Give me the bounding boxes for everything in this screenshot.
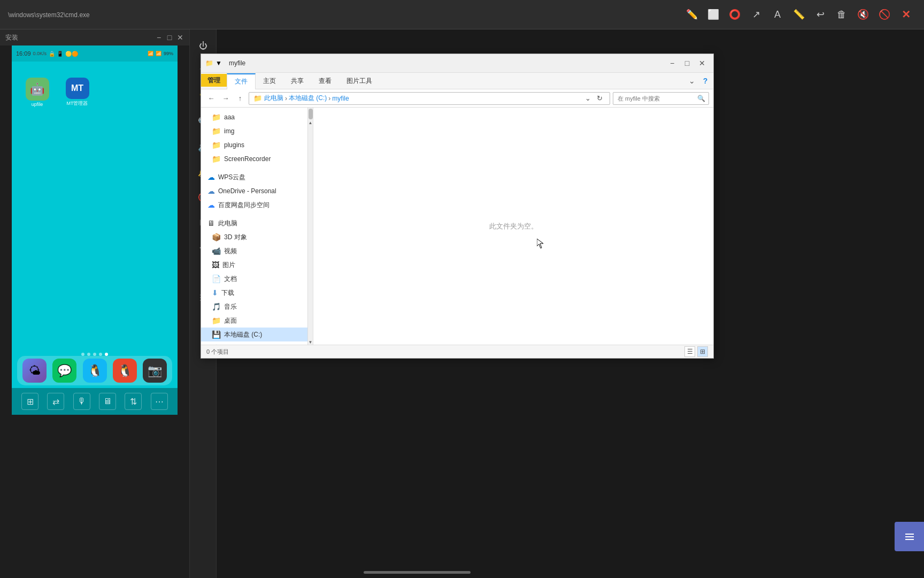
text-icon[interactable]: A xyxy=(770,7,785,22)
sidebar-label-cdrive: 本地磁盘 (C:) xyxy=(224,330,262,339)
folder-icon: 📁 xyxy=(212,141,221,149)
sidebar-label-img: img xyxy=(224,127,234,135)
sidebar-item-wps[interactable]: ☁ WPS云盘 xyxy=(201,170,307,184)
phone-minimize-btn[interactable]: − xyxy=(155,34,163,41)
app-weather[interactable]: 🌤 xyxy=(22,359,47,383)
path-folder[interactable]: myfile xyxy=(332,95,349,102)
tab-share[interactable]: 共享 xyxy=(283,73,311,89)
phone-screen: 16:09 0.0K/s 🔒 📱 🟡🟠 📶 📶 99% 🤖 upfile xyxy=(12,45,178,415)
search-input[interactable] xyxy=(618,95,704,102)
phone-nav-bar: ⊞ ⇄ 🎙 🖥 ⇅ ⋯ xyxy=(12,388,178,415)
sidebar-label-video: 视频 xyxy=(224,247,237,256)
phone-title-bar: 安装 − □ ✕ xyxy=(0,29,189,45)
empty-folder-message: 此文件夹为空。 xyxy=(489,222,538,231)
content-scrollbar[interactable]: ▲ ▼ xyxy=(308,108,313,345)
tab-home[interactable]: 主页 xyxy=(256,73,283,89)
sidebar-item-onedrive[interactable]: ☁ OneDrive - Personal xyxy=(201,184,307,198)
address-path[interactable]: 📁 此电脑 › 本地磁盘 (C:) › myfile ⌄ ↻ xyxy=(249,92,610,105)
app-upfile[interactable]: 🤖 upfile xyxy=(22,78,52,107)
sidebar-item[interactable]: 📁 aaa xyxy=(201,110,307,124)
scroll-down-btn[interactable]: ▼ xyxy=(309,340,313,345)
sidebar-item-cdrive[interactable]: 💾 本地磁盘 (C:) xyxy=(201,328,307,341)
scroll-up-btn[interactable]: ▲ xyxy=(309,120,313,125)
explorer-statusbar: 0 个项目 ☰ ⊞ xyxy=(201,345,713,358)
square-icon[interactable]: ⬜ xyxy=(706,7,721,22)
pictures-icon: 🖼 xyxy=(212,261,219,269)
bottom-scrollbar[interactable] xyxy=(364,571,471,574)
upfile-icon: 🤖 xyxy=(26,78,49,101)
nav-share-btn[interactable]: ⇄ xyxy=(47,393,64,410)
arrow-icon[interactable]: ↗ xyxy=(749,7,764,22)
nav-more-btn[interactable]: ⋯ xyxy=(151,393,168,410)
ribbon-help-btn[interactable]: ? xyxy=(700,75,711,86)
undo-icon[interactable]: ↩ xyxy=(813,7,828,22)
sidebar-item-pictures[interactable]: 🖼 图片 xyxy=(201,258,307,272)
sidebar-item[interactable]: 📁 ScreenRecorder xyxy=(201,152,307,166)
sidebar-item[interactable]: 📁 plugins xyxy=(201,138,307,152)
ribbon-right-controls: ⌄ ? xyxy=(687,75,713,86)
pencil-icon[interactable]: ✏️ xyxy=(684,7,699,22)
close-x-icon[interactable]: ✕ xyxy=(898,7,913,22)
tab-picture-tools[interactable]: 图片工具 xyxy=(339,73,380,89)
nav-switch-btn[interactable]: ⇅ xyxy=(125,393,142,410)
phone-status-left: 16:09 0.0K/s 🔒 📱 🟡🟠 xyxy=(16,50,78,57)
app-wechat[interactable]: 💬 xyxy=(52,359,76,383)
ribbon-collapse-btn[interactable]: ⌄ xyxy=(687,75,697,86)
wps-icon: ☁ xyxy=(207,173,215,181)
app-camera[interactable]: 📷 xyxy=(143,359,167,383)
up-addr-btn[interactable]: ↑ xyxy=(234,93,246,104)
volume-off-icon[interactable]: 🔇 xyxy=(856,7,871,22)
sidebar-label-aaa: aaa xyxy=(224,113,235,121)
sidebar-item-thispc[interactable]: 🖥 此电脑 xyxy=(201,216,307,230)
details-view-btn[interactable]: ☰ xyxy=(684,346,695,357)
corner-action-btn[interactable] xyxy=(895,522,924,551)
path-computer[interactable]: 此电脑 xyxy=(264,94,283,103)
phone-status-right: 📶 📶 99% xyxy=(148,51,173,56)
explorer-close-btn[interactable]: ✕ xyxy=(695,56,709,70)
power-btn[interactable]: ⏻ xyxy=(195,37,212,55)
sidebar-item-baidu[interactable]: ☁ 百度网盘同步空间 xyxy=(201,198,307,212)
addr-refresh-btn[interactable]: ↻ xyxy=(594,93,605,104)
phone-close-btn[interactable]: ✕ xyxy=(176,34,184,41)
scrollbar-thumb[interactable] xyxy=(309,109,313,119)
trash-icon[interactable]: 🗑 xyxy=(834,7,849,22)
explorer-main: 📁 aaa 📁 img 📁 plugins 📁 ScreenRecorder ☁… xyxy=(201,108,713,345)
music-icon: 🎵 xyxy=(212,302,221,311)
pc-icon: 🖥 xyxy=(207,219,215,227)
app-qq2[interactable]: 🐧 xyxy=(113,359,137,383)
grid-view-btn[interactable]: ⊞ xyxy=(697,346,708,357)
path-drive[interactable]: 本地磁盘 (C:) xyxy=(289,94,327,103)
explorer-minimize-btn[interactable]: − xyxy=(665,56,679,70)
circle-icon[interactable]: ⭕ xyxy=(727,7,742,22)
addr-dropdown-btn[interactable]: ⌄ xyxy=(582,93,594,104)
nav-mic-btn[interactable]: 🎙 xyxy=(73,393,90,410)
sidebar-item-docs[interactable]: 📄 文档 xyxy=(201,272,307,286)
sidebar-item-video[interactable]: 📹 视频 xyxy=(201,244,307,258)
forward-addr-btn[interactable]: → xyxy=(220,93,232,104)
tab-file[interactable]: 文件 xyxy=(227,73,256,89)
phone-dock: 🌤 💬 🐧 🐧 📷 xyxy=(17,356,172,385)
docs-icon: 📄 xyxy=(212,275,221,283)
phone-maximize-btn[interactable]: □ xyxy=(166,34,173,41)
sidebar-item[interactable]: 📁 img xyxy=(201,124,307,138)
back-addr-btn[interactable]: ← xyxy=(205,93,217,104)
tab-view[interactable]: 查看 xyxy=(311,73,339,89)
nav-apps-btn[interactable]: ⊞ xyxy=(21,393,38,410)
phone-panel: 安装 − □ ✕ 16:09 0.0K/s 🔒 📱 🟡🟠 📶 📶 99% xyxy=(0,29,190,578)
sidebar-item-3d[interactable]: 📦 3D 对象 xyxy=(201,230,307,244)
ruler-icon[interactable]: 📏 xyxy=(791,7,806,22)
sidebar-item-downloads[interactable]: ⬇ 下载 xyxy=(201,286,307,300)
sidebar-label-onedrive: OneDrive - Personal xyxy=(218,187,276,195)
ribbon-manage-tab[interactable]: 管理 xyxy=(201,74,227,87)
app-qq1[interactable]: 🐧 xyxy=(83,359,107,383)
sidebar-item-music[interactable]: 🎵 音乐 xyxy=(201,300,307,314)
sidebar-item-desktop[interactable]: 📁 桌面 xyxy=(201,314,307,328)
phone-icons: 🔒 📱 xyxy=(49,51,63,57)
mic-off-icon[interactable]: 🚫 xyxy=(877,7,892,22)
explorer-window-title: myfile xyxy=(229,59,245,67)
app-mt[interactable]: MT MT管理器 xyxy=(63,78,92,107)
explorer-titlebar: 📁 ▼ myfile − □ ✕ xyxy=(201,54,713,73)
nav-screen-btn[interactable]: 🖥 xyxy=(99,393,116,410)
search-box[interactable]: 🔍 xyxy=(613,92,709,105)
explorer-maximize-btn[interactable]: □ xyxy=(680,56,694,70)
